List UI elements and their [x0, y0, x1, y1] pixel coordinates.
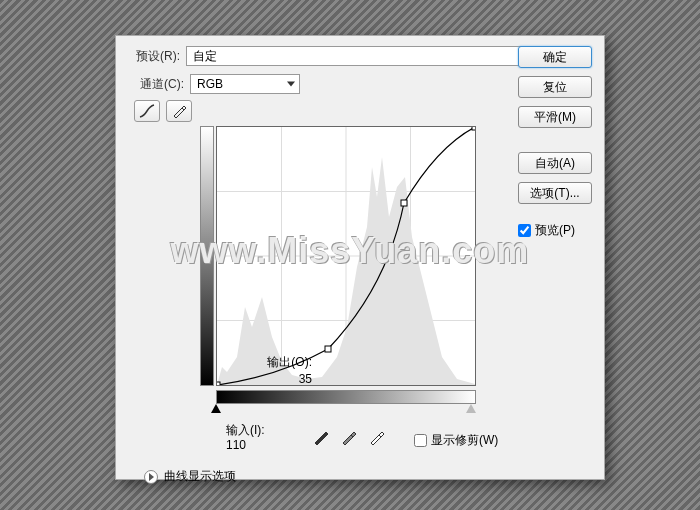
curve-point-shadow[interactable]	[217, 382, 220, 385]
input-value[interactable]: 110	[226, 438, 246, 452]
curves-dialog: 预设(R): 自定 通道(C): RGB 确定 复位 平滑(M) 自动(A) 选…	[115, 35, 605, 480]
curve-tool-button[interactable]	[134, 100, 160, 122]
auto-button[interactable]: 自动(A)	[518, 152, 592, 174]
show-clipping-label: 显示修剪(W)	[431, 432, 498, 449]
curve-point-highlight[interactable]	[472, 127, 475, 130]
eyedropper-black-icon[interactable]	[312, 428, 330, 446]
curve-options-label[interactable]: 曲线显示选项	[164, 468, 236, 485]
white-point-slider[interactable]	[466, 404, 476, 413]
pencil-tool-button[interactable]	[166, 100, 192, 122]
channel-label: 通道(C):	[134, 76, 184, 93]
preview-checkbox[interactable]	[518, 224, 531, 237]
output-label: 输出(O):	[252, 354, 312, 371]
channel-select[interactable]: RGB	[190, 74, 300, 94]
curve-point-selected[interactable]	[325, 346, 331, 352]
preset-value: 自定	[193, 48, 217, 65]
ok-button[interactable]: 确定	[518, 46, 592, 68]
expand-chevron-icon[interactable]	[144, 470, 158, 484]
black-point-slider[interactable]	[211, 404, 221, 413]
preview-label: 预览(P)	[535, 222, 575, 239]
channel-value: RGB	[197, 77, 223, 91]
chevron-down-icon	[287, 82, 295, 87]
cancel-button[interactable]: 复位	[518, 76, 592, 98]
show-clipping-checkbox[interactable]	[414, 434, 427, 447]
output-value[interactable]: 35	[252, 372, 312, 386]
eyedropper-gray-icon[interactable]	[340, 428, 358, 446]
eyedropper-white-icon[interactable]	[368, 428, 386, 446]
output-gradient	[200, 126, 214, 386]
options-button[interactable]: 选项(T)...	[518, 182, 592, 204]
preset-label: 预设(R):	[130, 48, 180, 65]
input-label: 输入(I):	[226, 422, 265, 439]
smooth-button[interactable]: 平滑(M)	[518, 106, 592, 128]
input-gradient	[216, 390, 476, 404]
preset-select[interactable]: 自定	[186, 46, 558, 66]
curve-point[interactable]	[401, 200, 407, 206]
